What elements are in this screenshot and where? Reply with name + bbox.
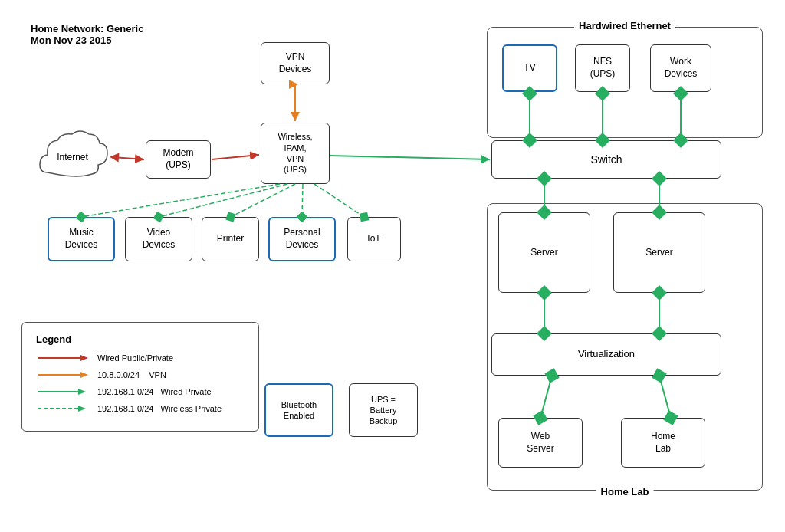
svg-marker-1 (80, 355, 88, 361)
svg-line-24 (314, 184, 364, 217)
svg-line-22 (231, 184, 295, 217)
legend-wireless-private: 192.168.1.0/24 Wireless Private (36, 403, 245, 414)
wireless-box: Wireless, IPAM, VPN (UPS) (261, 123, 330, 184)
bluetooth-enabled-box: Bluetooth Enabled (264, 383, 333, 437)
webserver-box: Web Server (498, 418, 583, 468)
video-devices-box: Video Devices (125, 217, 192, 261)
server2-box: Server (613, 212, 705, 293)
personal-devices-box: Personal Devices (268, 217, 336, 261)
virtualization-box: Virtualization (491, 333, 721, 376)
svg-line-18 (330, 156, 490, 159)
hardwired-ethernet-label: Hardwired Ethernet (574, 20, 675, 31)
legend-wired-private: 192.168.1.0/24 Wired Private (36, 386, 245, 397)
work-devices-box: Work Devices (650, 44, 711, 92)
internet-cloud: Internet (32, 126, 113, 188)
iot-box: IoT (347, 217, 401, 261)
ups-battery-box: UPS = Battery Backup (349, 383, 418, 437)
legend-wired-public: Wired Public/Private (36, 353, 245, 363)
modem-box: Modem (UPS) (146, 140, 211, 179)
nfs-box: NFS (UPS) (575, 44, 630, 92)
svg-marker-7 (78, 406, 86, 412)
server1-box: Server (498, 212, 590, 293)
svg-marker-5 (78, 389, 86, 395)
legend-title: Legend (36, 333, 245, 345)
printer-box: Printer (202, 217, 259, 261)
tv-box: TV (502, 44, 557, 92)
title-block: Home Network: Generic Mon Nov 23 2015 (31, 23, 143, 46)
legend-vpn: 10.8.0.0/24 VPN (36, 369, 245, 380)
svg-line-17 (212, 155, 259, 159)
switch-box: Switch (491, 140, 721, 179)
svg-line-23 (302, 184, 303, 217)
music-devices-box: Music Devices (48, 217, 115, 261)
legend-box: Legend Wired Public/Private 10.8.0.0/24 … (21, 322, 259, 432)
svg-marker-3 (80, 372, 88, 378)
svg-line-16 (113, 157, 144, 159)
internet-label: Internet (57, 152, 88, 163)
homelab-outer-label: Home Lab (596, 486, 654, 498)
diagram-container: Home Network: Generic Mon Nov 23 2015 Ha… (0, 0, 785, 532)
title-line2: Mon Nov 23 2015 (31, 34, 143, 46)
title-line1: Home Network: Generic (31, 23, 143, 34)
svg-line-21 (159, 184, 287, 217)
vpn-devices-box: VPN Devices (261, 42, 330, 84)
homelab-box: Home Lab (621, 418, 705, 468)
svg-line-20 (81, 184, 280, 217)
